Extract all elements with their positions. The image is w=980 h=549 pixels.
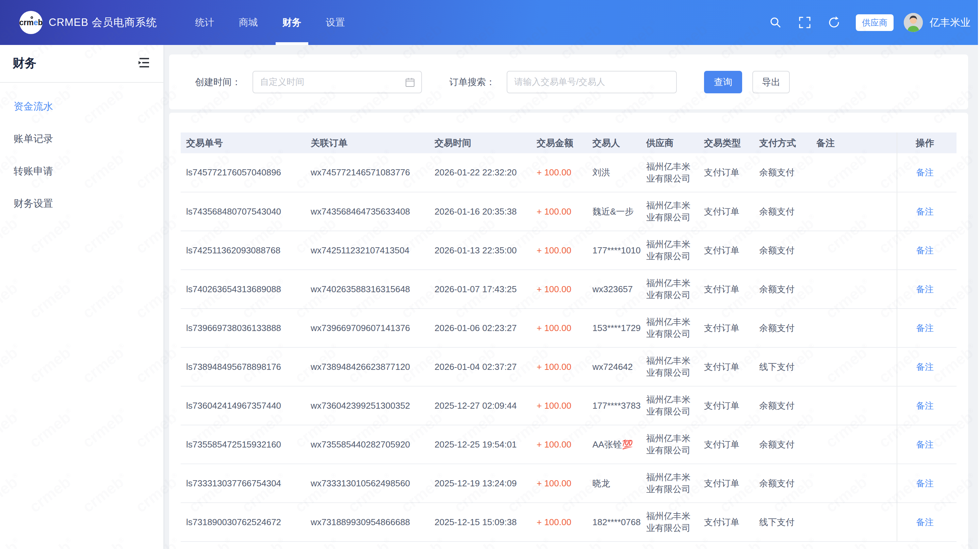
cell-type: 支付订单: [698, 347, 754, 386]
cell-related-order: wx738948426623877120: [305, 347, 429, 386]
page-scrollbar[interactable]: [978, 0, 980, 549]
filter-panel: 创建时间： 自定义时间 订单搜索： 查询 导出: [169, 54, 968, 109]
table-row: ls731890030762524672 wx73188993095486668…: [181, 503, 956, 541]
cell-related-order: wx736042399251300352: [305, 386, 429, 425]
cell-transaction-id: ls740263654313689088: [181, 270, 305, 308]
cell-type: 支付订单: [698, 192, 754, 231]
remark-link[interactable]: 备注: [916, 478, 934, 488]
cell-amount: + 100.00: [531, 347, 587, 386]
cell-transaction-time: 2025-12-27 02:09:44: [429, 386, 531, 425]
remark-link[interactable]: 备注: [916, 206, 934, 217]
cell-remark: [811, 425, 897, 464]
export-button[interactable]: 导出: [752, 71, 790, 93]
cell-related-order: wx739669709607141376: [305, 308, 429, 347]
cell-trader: wx724642: [587, 347, 641, 386]
cell-amount: + 100.00: [531, 464, 587, 503]
sidebar-item-账单记录[interactable]: 账单记录: [0, 123, 163, 155]
cell-action: 备注: [897, 153, 956, 192]
cell-transaction-time: 2026-01-04 02:37:27: [429, 347, 531, 386]
remark-link[interactable]: 备注: [916, 284, 934, 294]
sidebar: 财务 资金流水账单记录转账申请财务设置: [0, 45, 163, 549]
supplier-role-badge[interactable]: 供应商: [856, 14, 894, 31]
cell-supplier: 福州亿丰米业有限公司: [641, 503, 698, 541]
cell-supplier: 福州亿丰米业有限公司: [641, 231, 698, 270]
cell-transaction-time: 2026-01-16 20:35:38: [429, 192, 531, 231]
cell-action: 备注: [897, 425, 956, 464]
column-header-交易时间: 交易时间: [429, 132, 531, 153]
sidebar-item-资金流水[interactable]: 资金流水: [0, 90, 163, 123]
cell-related-order: wx740263588316315648: [305, 270, 429, 308]
column-header-关联订单: 关联订单: [305, 132, 429, 153]
table-header: 交易单号关联订单交易时间交易金额交易人供应商交易类型支付方式备注操作: [181, 132, 956, 153]
cell-type: 支付订单: [698, 231, 754, 270]
sidebar-title: 财务: [13, 55, 37, 71]
cell-supplier: 福州亿丰米业有限公司: [641, 386, 698, 425]
cell-remark: [811, 270, 897, 308]
top-header: crmeb CRMEB 会员电商系统 统计商城财务设置 供应商: [0, 0, 978, 45]
cell-remark: [811, 231, 897, 270]
order-search-input[interactable]: [507, 71, 677, 93]
cell-payment-method: 余额支付: [754, 464, 811, 503]
table-body: ls745772176057040896 wx74577214657108377…: [181, 153, 956, 541]
remark-link[interactable]: 备注: [916, 517, 934, 527]
sidebar-item-财务设置[interactable]: 财务设置: [0, 187, 163, 220]
sidebar-divider: [0, 82, 163, 83]
remark-link[interactable]: 备注: [916, 439, 934, 450]
cell-transaction-time: 2026-01-07 17:43:25: [429, 270, 531, 308]
cell-related-order: wx742511232107413504: [305, 231, 429, 270]
table-row: ls742511362093088768 wx74251123210741350…: [181, 231, 956, 270]
column-header-备注: 备注: [811, 132, 897, 153]
cell-amount: + 100.00: [531, 153, 587, 192]
column-header-交易人: 交易人: [587, 132, 641, 153]
sidebar-item-转账申请[interactable]: 转账申请: [0, 155, 163, 187]
cell-remark: [811, 386, 897, 425]
search-icon[interactable]: [768, 15, 783, 30]
column-header-交易金额: 交易金额: [531, 132, 587, 153]
cell-remark: [811, 153, 897, 192]
remark-link[interactable]: 备注: [916, 401, 934, 411]
date-range-input[interactable]: 自定义时间: [253, 71, 422, 93]
cell-amount: + 100.00: [531, 425, 587, 464]
query-button[interactable]: 查询: [704, 71, 742, 93]
cell-trader: 晓龙: [587, 464, 641, 503]
nav-tab-商城[interactable]: 商城: [227, 0, 270, 45]
cell-supplier: 福州亿丰米业有限公司: [641, 192, 698, 231]
username[interactable]: 亿丰米业: [930, 16, 970, 30]
cell-trader: 刘洪: [587, 153, 641, 192]
order-search-label: 订单搜索：: [449, 76, 495, 88]
cell-amount: + 100.00: [531, 386, 587, 425]
cell-type: 支付订单: [698, 425, 754, 464]
cell-action: 备注: [897, 192, 956, 231]
table-row: ls735585472515932160 wx73558544028270592…: [181, 425, 956, 464]
fullscreen-icon[interactable]: [797, 15, 812, 30]
table-row: ls739669738036133888 wx73966970960714137…: [181, 308, 956, 347]
remark-link[interactable]: 备注: [916, 362, 934, 372]
table-row: ls745772176057040896 wx74577214657108377…: [181, 153, 956, 192]
nav-tab-财务[interactable]: 财务: [270, 0, 314, 45]
nav-tab-设置[interactable]: 设置: [314, 0, 357, 45]
cell-related-order: wx743568464735633408: [305, 192, 429, 231]
refresh-icon[interactable]: [827, 15, 842, 30]
cell-transaction-time: 2026-01-06 02:23:27: [429, 308, 531, 347]
nav-tab-统计[interactable]: 统计: [183, 0, 227, 45]
top-nav: 统计商城财务设置: [183, 0, 357, 45]
remark-link[interactable]: 备注: [916, 167, 934, 177]
cell-trader: AA张铨💯: [587, 425, 641, 464]
date-placeholder: 自定义时间: [260, 76, 304, 88]
cell-transaction-time: 2025-12-25 19:54:01: [429, 425, 531, 464]
cell-action: 备注: [897, 308, 956, 347]
cell-type: 支付订单: [698, 153, 754, 192]
cell-action: 备注: [897, 464, 956, 503]
cell-action: 备注: [897, 270, 956, 308]
cell-supplier: 福州亿丰米业有限公司: [641, 425, 698, 464]
cell-payment-method: 余额支付: [754, 425, 811, 464]
cell-transaction-id: ls736042414967357440: [181, 386, 305, 425]
cell-transaction-id: ls738948495678898176: [181, 347, 305, 386]
cell-trader: 177****1010: [587, 231, 641, 270]
cell-payment-method: 线下支付: [754, 347, 811, 386]
remark-link[interactable]: 备注: [916, 323, 934, 333]
remark-link[interactable]: 备注: [916, 245, 934, 255]
user-avatar[interactable]: [904, 13, 923, 32]
collapse-menu-icon[interactable]: [138, 57, 150, 70]
cell-payment-method: 余额支付: [754, 153, 811, 192]
